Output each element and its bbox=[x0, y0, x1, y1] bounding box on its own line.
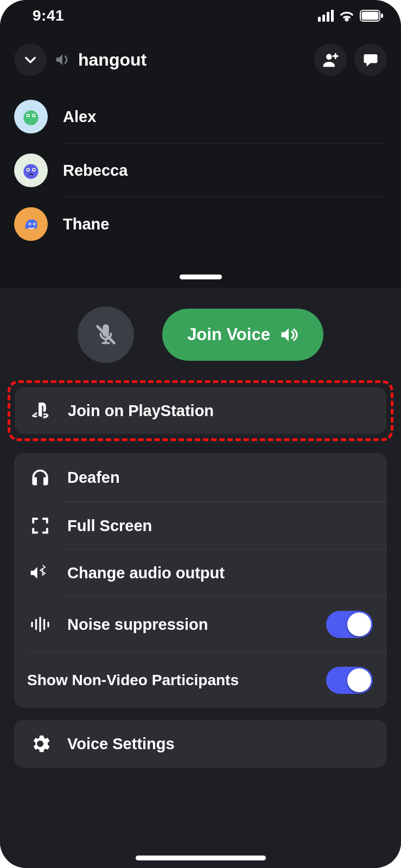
svg-point-9 bbox=[23, 164, 38, 178]
fullscreen-icon bbox=[28, 516, 52, 535]
channel-header: hangout bbox=[0, 31, 401, 86]
highlight-outline: Join on PlayStation bbox=[8, 380, 393, 441]
change-audio-output-label: Change audio output bbox=[67, 564, 225, 582]
noise-suppression-toggle[interactable] bbox=[326, 611, 373, 638]
home-indicator[interactable] bbox=[136, 856, 266, 860]
join-voice-button[interactable]: Join Voice bbox=[162, 309, 323, 361]
show-non-video-toggle[interactable] bbox=[326, 667, 373, 694]
chat-button[interactable] bbox=[354, 43, 387, 76]
waveform-icon bbox=[28, 616, 52, 633]
status-time: 9:41 bbox=[17, 7, 64, 24]
status-indicators bbox=[318, 10, 384, 22]
avatar bbox=[14, 154, 48, 187]
show-non-video-label: Show Non-Video Participants bbox=[27, 672, 239, 689]
svg-point-16 bbox=[29, 224, 30, 225]
svg-point-17 bbox=[34, 224, 35, 225]
participants-list: Alex Rebecca Thane bbox=[0, 86, 401, 251]
participant-name: Thane bbox=[63, 215, 109, 233]
noise-suppression-label: Noise suppression bbox=[67, 616, 208, 634]
svg-point-4 bbox=[23, 110, 38, 125]
noise-suppression-row[interactable]: Noise suppression bbox=[14, 597, 387, 652]
deafen-label: Deafen bbox=[67, 469, 120, 487]
svg-point-13 bbox=[33, 169, 35, 171]
channel-name: hangout bbox=[78, 50, 147, 70]
participant-row[interactable]: Alex bbox=[14, 90, 387, 143]
join-playstation-card: Join on PlayStation bbox=[15, 387, 386, 434]
svg-point-12 bbox=[27, 169, 29, 171]
voice-settings-label: Voice Settings bbox=[67, 735, 175, 753]
full-screen-button[interactable]: Full Screen bbox=[14, 502, 387, 549]
app-screen: 9:41 hangout bbox=[0, 0, 401, 868]
svg-rect-2 bbox=[381, 14, 383, 18]
full-screen-label: Full Screen bbox=[67, 517, 152, 535]
voice-sheet: Join Voice Join on PlayStation bbox=[0, 288, 401, 868]
voice-settings-card: Voice Settings bbox=[14, 720, 387, 768]
primary-actions: Join Voice bbox=[14, 303, 387, 366]
status-bar: 9:41 bbox=[0, 0, 401, 31]
join-playstation-button[interactable]: Join on PlayStation bbox=[15, 387, 386, 434]
participant-name: Rebecca bbox=[63, 162, 128, 180]
speaker-bluetooth-icon bbox=[28, 564, 52, 582]
gear-icon bbox=[28, 734, 52, 754]
avatar bbox=[14, 207, 48, 241]
change-audio-output-button[interactable]: Change audio output bbox=[14, 550, 387, 596]
participant-row[interactable]: Thane bbox=[14, 197, 387, 251]
cellular-icon bbox=[318, 10, 334, 22]
playstation-icon bbox=[29, 401, 53, 420]
drag-handle-icon bbox=[180, 275, 222, 279]
svg-point-3 bbox=[326, 54, 332, 60]
deafen-button[interactable]: Deafen bbox=[14, 453, 387, 502]
participant-name: Alex bbox=[63, 108, 96, 126]
sheet-drag-area[interactable] bbox=[0, 251, 401, 288]
avatar bbox=[14, 100, 48, 133]
speaker-icon bbox=[54, 52, 71, 68]
svg-point-8 bbox=[33, 114, 35, 116]
show-non-video-row[interactable]: Show Non-Video Participants bbox=[14, 653, 387, 708]
participant-row[interactable]: Rebecca bbox=[14, 144, 387, 197]
voice-settings-button[interactable]: Voice Settings bbox=[14, 720, 387, 768]
battery-icon bbox=[360, 10, 384, 22]
headphones-icon bbox=[28, 467, 52, 488]
options-card: Deafen Full Screen Change audio output bbox=[14, 453, 387, 708]
add-user-button[interactable] bbox=[314, 43, 347, 76]
svg-point-7 bbox=[27, 114, 29, 116]
mute-button[interactable] bbox=[78, 307, 134, 363]
wifi-icon bbox=[339, 10, 354, 22]
join-playstation-label: Join on PlayStation bbox=[68, 402, 214, 420]
speaker-icon bbox=[279, 325, 298, 344]
join-voice-label: Join Voice bbox=[187, 325, 270, 344]
svg-rect-1 bbox=[362, 12, 379, 20]
collapse-button[interactable] bbox=[14, 43, 47, 76]
